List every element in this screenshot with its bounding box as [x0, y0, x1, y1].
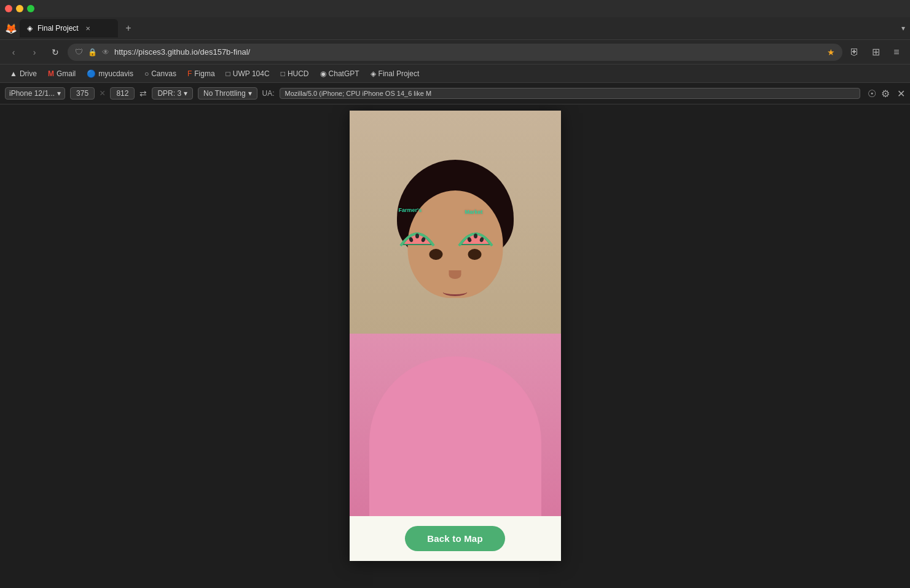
bookmark-myucdavis[interactable]: 🔵 myucdavis	[82, 68, 138, 80]
url-text[interactable]: https://pisces3.github.io/des157b-final/	[114, 47, 822, 57]
bookmark-hucd-label: HUCD	[288, 69, 309, 78]
throttle-selector[interactable]: No Throttling ▾	[198, 87, 257, 100]
svg-point-1	[415, 233, 419, 238]
person-nose	[449, 270, 461, 279]
ua-label: UA:	[262, 89, 275, 98]
title-bar	[0, 0, 910, 17]
phone-bottom-bar: Back to Map	[350, 516, 561, 561]
bookmark-finalproject[interactable]: ◈ Final Project	[366, 68, 425, 80]
shield-icon: 🛡	[75, 47, 83, 57]
bookmarks-bar: ▲ Drive M Gmail 🔵 myucdavis ○ Canvas F F…	[0, 64, 910, 82]
phone-image-area: Farmer's Market	[350, 111, 561, 516]
bookmark-chatgpt-label: ChatGPT	[329, 69, 359, 78]
ua-input[interactable]: Mozilla/5.0 (iPhone; CPU iPhone OS 14_6 …	[280, 88, 860, 99]
bookmark-myucdavis-label: myucdavis	[98, 69, 133, 78]
maximize-button[interactable]	[27, 5, 34, 12]
bookmark-drive[interactable]: ▲ Drive	[5, 68, 42, 80]
minimize-button[interactable]	[16, 5, 23, 12]
bookmark-uwp-label: UWP 104C	[233, 69, 270, 78]
width-input[interactable]: 375	[70, 87, 95, 100]
gmail-icon: M	[48, 69, 54, 78]
person-photo: Farmer's Market	[350, 111, 561, 516]
bookmark-finalproject-label: Final Project	[379, 69, 420, 78]
height-input[interactable]: 812	[110, 87, 135, 100]
canvas-icon: ○	[144, 69, 149, 78]
nav-right-icons: ⛨ ⊞ ≡	[846, 44, 905, 61]
back-button[interactable]: ‹	[5, 44, 22, 61]
extensions-icon[interactable]: ⊞	[867, 44, 884, 61]
chatgpt-icon: ◉	[320, 69, 326, 78]
tab-favicon: ◈	[27, 24, 33, 33]
star-icon[interactable]: ★	[827, 47, 835, 57]
bookmark-figma[interactable]: F Figma	[182, 68, 220, 80]
main-content: Farmer's Market	[0, 104, 910, 588]
dpr-label: DPR: 3	[157, 89, 181, 98]
bookmark-canvas-label: Canvas	[151, 69, 176, 78]
person-mouth	[443, 288, 468, 296]
traffic-lights	[5, 5, 34, 12]
tab-chevron-icon[interactable]: ▾	[901, 24, 905, 33]
hucd-icon: □	[281, 69, 285, 78]
farmers-label: Farmer's	[399, 207, 422, 213]
toolbar-close-icon[interactable]: ✕	[897, 88, 905, 100]
throttle-label: No Throttling	[203, 89, 245, 98]
finalproject-icon: ◈	[371, 69, 376, 78]
back-to-map-button[interactable]: Back to Map	[405, 526, 505, 551]
phone-frame: Farmer's Market	[350, 111, 561, 561]
watermelon-right-icon	[457, 220, 494, 253]
firefox-icon: 🦊	[5, 23, 17, 34]
drive-icon: ▲	[10, 69, 17, 78]
bookmark-hucd[interactable]: □ HUCD	[276, 68, 314, 80]
uwp-icon: □	[226, 69, 230, 78]
refresh-button[interactable]: ↻	[47, 44, 64, 61]
close-button[interactable]	[5, 5, 12, 12]
market-label: Market	[465, 209, 483, 215]
dpr-selector[interactable]: DPR: 3 ▾	[152, 87, 193, 100]
watermelon-left-icon	[399, 220, 436, 253]
active-tab[interactable]: ◈ Final Project ✕	[20, 19, 118, 37]
bookmark-chatgpt[interactable]: ◉ ChatGPT	[315, 68, 364, 80]
touch-icon[interactable]: ☉	[868, 88, 876, 100]
new-tab-button[interactable]: +	[120, 20, 136, 36]
url-bar[interactable]: 🛡 🔒 👁 https://pisces3.github.io/des157b-…	[68, 44, 842, 61]
throttle-chevron-icon: ▾	[248, 89, 252, 98]
tab-bar: 🦊 ◈ Final Project ✕ + ▾	[0, 17, 910, 39]
shield-check-icon[interactable]: ⛨	[846, 44, 863, 61]
dimension-separator: ×	[100, 88, 105, 99]
myucdavis-icon: 🔵	[87, 69, 96, 78]
menu-icon[interactable]: ≡	[888, 44, 905, 61]
tab-close-icon[interactable]: ✕	[84, 24, 92, 33]
lock-icon: 🔒	[88, 48, 97, 57]
tab-label: Final Project	[37, 24, 79, 33]
bookmark-drive-label: Drive	[20, 69, 37, 78]
figma-icon: F	[187, 69, 192, 78]
forward-button[interactable]: ›	[26, 44, 43, 61]
device-toolbar: iPhone 12/1... ▾ 375 × 812 ⇄ DPR: 3 ▾ No…	[0, 82, 910, 104]
settings-icon[interactable]: ⚙	[881, 88, 890, 100]
tracking-icon: 👁	[102, 48, 109, 57]
dpr-chevron-icon: ▾	[184, 89, 187, 98]
nav-bar: ‹ › ↻ 🛡 🔒 👁 https://pisces3.github.io/de…	[0, 39, 910, 64]
bookmark-figma-label: Figma	[194, 69, 214, 78]
bookmark-uwp[interactable]: □ UWP 104C	[221, 68, 275, 80]
bookmark-gmail-label: Gmail	[57, 69, 76, 78]
svg-point-4	[474, 233, 477, 238]
device-label: iPhone 12/1...	[9, 89, 55, 98]
bookmark-canvas[interactable]: ○ Canvas	[139, 68, 181, 80]
device-selector[interactable]: iPhone 12/1... ▾	[5, 87, 65, 100]
bookmark-gmail[interactable]: M Gmail	[43, 68, 80, 80]
rotate-icon[interactable]: ⇄	[139, 88, 147, 98]
device-chevron-icon: ▾	[57, 89, 61, 98]
